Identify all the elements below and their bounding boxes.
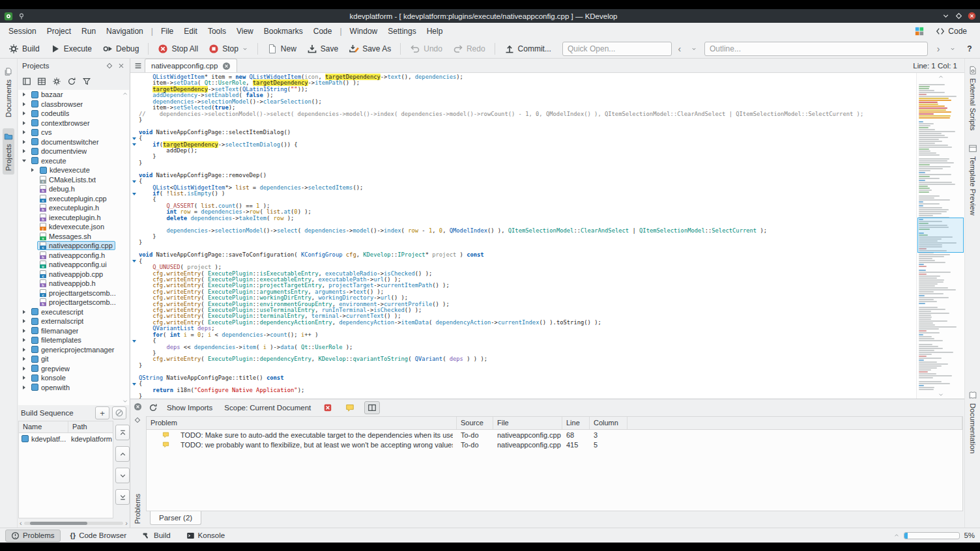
build-button[interactable]: Build — [4, 42, 44, 56]
problem-row[interactable]: TODO: we probably want to flexibilize, b… — [147, 440, 962, 449]
column-header-source[interactable]: Source — [457, 417, 493, 429]
menu-window[interactable]: Window — [345, 25, 382, 38]
scope-selector[interactable]: Scope: Current Document — [222, 403, 313, 413]
expand-arrow-icon[interactable] — [21, 348, 27, 352]
stop-all-button[interactable]: Stop All — [153, 42, 203, 56]
fold-marker-icon[interactable] — [130, 191, 139, 197]
panel-filter-button[interactable] — [80, 75, 93, 88]
tree-item-executeplugin-h[interactable]: hexecuteplugin.h — [18, 203, 129, 213]
tree-item-documentswitcher[interactable]: documentswitcher — [18, 137, 129, 147]
tree-item-kdevexecute[interactable]: kdevexecute — [18, 165, 129, 175]
collapse-arrow-icon[interactable] — [21, 160, 27, 162]
move-top-button[interactable] — [115, 425, 130, 440]
redo-button[interactable]: Redo — [448, 42, 490, 56]
fold-marker-icon[interactable] — [130, 338, 139, 344]
minimap-scroll-down[interactable] — [917, 391, 964, 399]
code-line[interactable]: return i18n("Configure Native Applicatio… — [130, 388, 916, 393]
outline-dropdown-button[interactable] — [946, 42, 959, 55]
code-line[interactable]: void NativeAppConfigPage::saveToConfigur… — [130, 252, 916, 258]
fold-marker-icon[interactable] — [130, 178, 139, 184]
scroll-right-button[interactable]: › — [125, 520, 128, 526]
expand-arrow-icon[interactable] — [21, 386, 27, 389]
tree-item-nativeappconfig-cpp[interactable]: cnativeappconfig.cpp — [18, 241, 129, 251]
menu-project[interactable]: Project — [42, 25, 76, 38]
code-editor[interactable]: QListWidgetItem* item = new QListWidgetI… — [130, 73, 916, 399]
tree-item-documentview[interactable]: documentview — [18, 147, 129, 156]
progress-expand-icon[interactable] — [893, 532, 900, 539]
code-line[interactable]: if(targetDependency->selectItemDialog())… — [130, 142, 916, 148]
panel-grid-button[interactable] — [35, 75, 48, 88]
toolview-tab-documentation[interactable]: Documentation — [967, 388, 979, 457]
float-panel-button[interactable] — [134, 416, 141, 424]
area-grid-icon[interactable] — [915, 27, 924, 36]
minimap[interactable] — [917, 81, 964, 391]
editor-tab-nativeappconfig[interactable]: nativeappconfig.cpp — [145, 59, 237, 72]
statusbar-tab-build[interactable]: Build — [136, 530, 177, 542]
code-line[interactable]: // dependencies->selectionModel()->selec… — [130, 111, 916, 117]
tree-item-externalscript[interactable]: externalscript — [18, 317, 129, 326]
code-line[interactable]: void NativeAppConfigPage::removeDep() — [130, 173, 916, 178]
tree-item-nativeappconfig-h[interactable]: hnativeappconfig.h — [18, 251, 129, 261]
code-line[interactable]: dependencies->selectionModel()->select( … — [130, 228, 916, 234]
history-dropdown-button[interactable] — [687, 42, 700, 55]
tree-item-iexecuteplugin-h[interactable]: hiexecuteplugin.h — [18, 213, 129, 223]
minimize-button[interactable] — [942, 12, 950, 20]
new-button[interactable]: New — [263, 42, 301, 56]
tree-item-filemanager[interactable]: filemanager — [18, 326, 129, 336]
code-line[interactable]: } — [130, 393, 916, 399]
menu-tools[interactable]: Tools — [203, 25, 231, 38]
expand-arrow-icon[interactable] — [21, 329, 27, 333]
tree-item-execute[interactable]: execute — [18, 156, 129, 166]
move-bottom-button[interactable] — [115, 489, 130, 505]
menu-session[interactable]: Session — [4, 25, 41, 38]
move-down-button[interactable] — [115, 468, 130, 483]
column-header-column[interactable]: Column — [590, 417, 627, 429]
statusbar-tab-problems[interactable]: Problems — [5, 530, 61, 542]
tree-item-projecttargetscomb[interactable]: cprojecttargetscomb... — [18, 289, 129, 298]
code-line[interactable]: cfg.writeEntry( ExecutePlugin::dependenc… — [130, 320, 916, 326]
tab-close-button[interactable] — [222, 62, 231, 70]
toolview-tab-projects[interactable]: Projects — [3, 128, 14, 175]
tree-item-debug-h[interactable]: hdebug.h — [18, 184, 129, 194]
problem-row[interactable]: TODO: Make sure to auto-add the executab… — [147, 430, 962, 440]
scrollbar-thumb[interactable] — [30, 522, 88, 525]
panel-docs-button[interactable] — [20, 75, 33, 88]
code-line[interactable]: deps << dependencies->item( i )->data( Q… — [130, 345, 916, 350]
execute-button[interactable]: Execute — [46, 42, 96, 56]
toolview-tab-template-preview[interactable]: Template Preview — [967, 141, 979, 219]
column-header-file[interactable]: File — [493, 417, 562, 429]
undo-button[interactable]: Undo — [405, 42, 447, 56]
expand-arrow-icon[interactable] — [21, 130, 27, 134]
menu-code[interactable]: Code — [309, 25, 337, 38]
minimap-scroll-up[interactable] — [917, 73, 964, 81]
reload-problems-button[interactable] — [149, 403, 158, 412]
parser-tab[interactable]: Parser (2) — [150, 511, 201, 525]
tree-item-nativeappjob-cpp[interactable]: cnativeappjob.cpp — [18, 270, 129, 279]
remove-from-build-sequence-button[interactable] — [112, 406, 126, 419]
fold-marker-icon[interactable] — [130, 135, 139, 141]
columns-toggle-button[interactable] — [364, 401, 380, 414]
tree-item-codeutils[interactable]: codeutils — [18, 109, 129, 119]
minimap-viewport[interactable] — [917, 218, 964, 253]
tree-item-contextbrowser[interactable]: contextbrowser — [18, 119, 129, 128]
maximize-button[interactable] — [955, 12, 963, 20]
tree-item-konsole[interactable]: konsole — [18, 373, 129, 383]
history-back-button[interactable]: ‹ — [673, 42, 686, 55]
fold-marker-icon[interactable] — [130, 259, 139, 264]
close-panel-button[interactable] — [134, 403, 142, 411]
help-button[interactable]: ? — [963, 42, 976, 55]
menu-bookmarks[interactable]: Bookmarks — [259, 25, 308, 38]
expand-arrow-icon[interactable] — [21, 367, 27, 371]
show-imports-button[interactable]: Show Imports — [164, 403, 215, 413]
panel-sync-button[interactable] — [65, 75, 78, 88]
tree-item-cvs[interactable]: cvs — [18, 128, 129, 137]
commit-button[interactable]: Commit... — [500, 42, 556, 56]
stop-button[interactable]: Stop — [204, 42, 253, 56]
code-line[interactable]: if( !list.isEmpty() ) — [130, 191, 916, 197]
tree-item-executescript[interactable]: executescript — [18, 307, 129, 317]
debug-button[interactable]: Debug — [98, 42, 143, 56]
statusbar-tab-konsole[interactable]: Konsole — [180, 530, 231, 542]
tree-item-projecttargetscomb[interactable]: hprojecttargetscomb... — [18, 298, 129, 307]
expand-arrow-icon[interactable] — [21, 357, 27, 361]
code-line[interactable]: delete dependencies->takeItem( row ); — [130, 216, 916, 221]
